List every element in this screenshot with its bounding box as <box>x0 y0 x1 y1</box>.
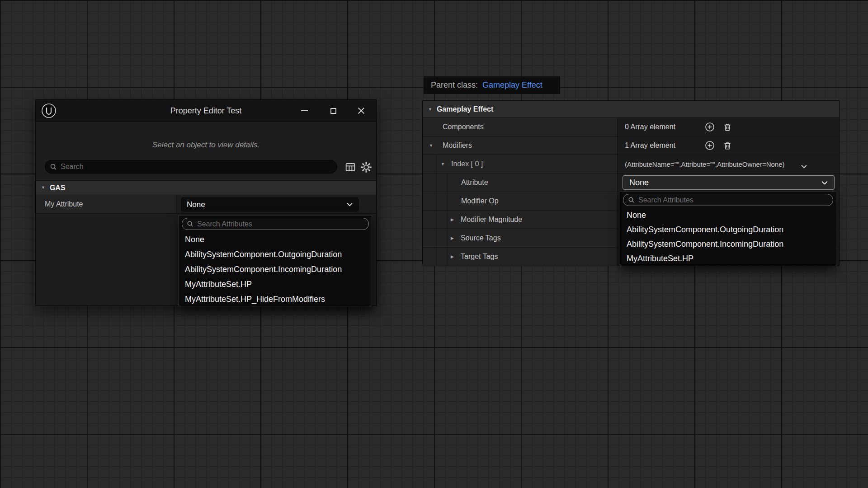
dropdown-list: None AbilitySystemComponent.OutgoingDura… <box>179 232 372 306</box>
dropdown-list: None AbilitySystemComponent.OutgoingDura… <box>620 208 836 266</box>
combobox-value: None <box>187 200 205 209</box>
property-row-my-attribute: My Attribute None <box>36 195 376 214</box>
settings-gear-icon[interactable] <box>360 161 373 174</box>
chevron-expanded-icon[interactable]: ▼ <box>41 186 45 190</box>
search-box[interactable] <box>45 160 337 174</box>
my-attribute-combobox[interactable]: None <box>181 197 359 211</box>
search-icon <box>628 197 635 203</box>
category-header-gas[interactable]: ▼ GAS <box>36 180 376 195</box>
dropdown-search-box[interactable] <box>623 194 833 206</box>
indent-guide <box>436 155 437 266</box>
table-view-icon[interactable] <box>345 162 356 173</box>
row-label: Modifier Magnitude <box>423 216 522 224</box>
blueprint-graph-background: Property Editor Test Select an object to… <box>0 0 868 488</box>
search-icon <box>187 221 193 227</box>
attribute-dropdown-menu: None AbilitySystemComponent.OutgoingDura… <box>179 215 372 306</box>
row-label: Target Tags <box>423 253 498 261</box>
attribute-combobox[interactable]: None <box>623 175 835 190</box>
empty-selection-hint: Select an object to view details. <box>36 141 376 150</box>
attribute-dropdown-menu: None AbilitySystemComponent.OutgoingDura… <box>620 191 836 266</box>
minimize-icon <box>301 110 308 111</box>
parent-class-label: Parent class: <box>431 80 478 90</box>
dropdown-item[interactable]: MyAttributeSet.HP <box>179 277 372 292</box>
add-array-element-button[interactable] <box>705 141 715 150</box>
category-label: Gameplay Effect <box>437 105 493 113</box>
parent-class-link[interactable]: Gameplay Effect <box>482 80 542 90</box>
chevron-collapsed-icon[interactable]: ▶ <box>451 255 454 259</box>
dropdown-item[interactable]: MyAttributeSet.HP_HideFromModifiers <box>179 292 372 307</box>
dropdown-item[interactable]: AbilitySystemComponent.IncomingDuration <box>620 237 836 251</box>
category-label: GAS <box>50 184 66 192</box>
dropdown-search-box[interactable] <box>182 218 369 230</box>
array-count-text: 0 Array element <box>625 123 675 131</box>
chevron-collapsed-icon[interactable]: ▶ <box>451 218 454 222</box>
close-icon <box>357 107 365 115</box>
dropdown-search-input[interactable] <box>635 196 833 204</box>
search-input[interactable] <box>57 163 337 171</box>
row-modifiers: ▼ Modifiers 1 Array element <box>423 136 839 155</box>
clear-array-button[interactable] <box>722 141 732 150</box>
dropdown-search-input[interactable] <box>193 220 368 228</box>
row-label: Attribute <box>423 178 488 187</box>
property-editor-window: Property Editor Test Select an object to… <box>35 99 377 306</box>
maximize-button[interactable] <box>323 100 343 122</box>
property-label: My Attribute <box>36 195 176 214</box>
dropdown-item[interactable]: None <box>620 208 836 222</box>
chevron-expanded-icon[interactable]: ▼ <box>428 108 432 112</box>
combobox-value: None <box>629 178 649 188</box>
chevron-collapsed-icon[interactable]: ▶ <box>451 236 454 240</box>
chevron-down-icon[interactable] <box>801 162 807 170</box>
row-label: Index [ 0 ] <box>423 160 483 168</box>
row-label: Source Tags <box>423 234 501 242</box>
row-label: Modifier Op <box>423 197 499 205</box>
dropdown-item[interactable]: MyAttributeSet.HP <box>620 251 836 266</box>
property-value-cell: None <box>176 195 376 214</box>
indent-guide <box>447 174 448 266</box>
row-label: Components <box>423 123 484 131</box>
struct-preview-text: (AttributeName="",Attribute="",Attribute… <box>625 160 785 168</box>
add-array-element-button[interactable] <box>705 122 715 132</box>
row-index-0: ▼ Index [ 0 ] (AttributeName="",Attribut… <box>423 155 839 174</box>
array-count-text: 1 Array element <box>625 141 675 150</box>
clear-array-button[interactable] <box>722 122 732 132</box>
minimize-button[interactable] <box>294 100 314 122</box>
row-attribute: Attribute None <box>423 174 839 192</box>
chevron-expanded-icon[interactable]: ▼ <box>441 162 445 166</box>
parent-class-bar: Parent class: Gameplay Effect <box>424 76 560 94</box>
dropdown-item[interactable]: AbilitySystemComponent.OutgoingDuration <box>620 222 836 237</box>
maximize-icon <box>330 108 336 114</box>
chevron-down-icon <box>821 181 828 185</box>
dropdown-item[interactable]: AbilitySystemComponent.IncomingDuration <box>179 262 372 277</box>
row-components: Components 0 Array element <box>423 118 839 136</box>
category-header-gameplay-effect[interactable]: ▼ Gameplay Effect <box>423 101 839 118</box>
close-button[interactable] <box>351 100 371 122</box>
search-icon <box>50 163 57 170</box>
chevron-down-icon <box>347 202 353 206</box>
window-titlebar[interactable]: Property Editor Test <box>36 100 376 122</box>
chevron-expanded-icon[interactable]: ▼ <box>429 144 433 148</box>
dropdown-item[interactable]: AbilitySystemComponent.OutgoingDuration <box>179 247 372 262</box>
dropdown-item[interactable]: None <box>179 232 372 247</box>
